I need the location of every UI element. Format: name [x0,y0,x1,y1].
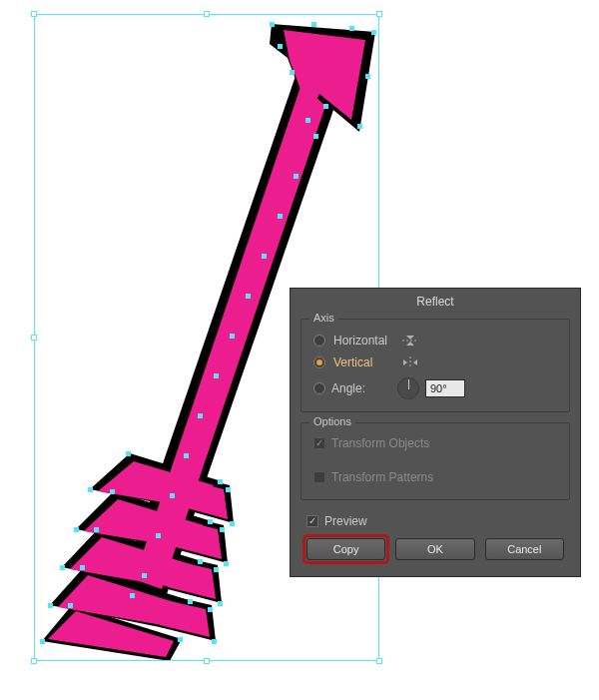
axis-group: Axis Horizontal Vertical Angle: [300,319,570,412]
preview-label: Preview [324,514,367,528]
transform-objects-label: Transform Objects [331,436,429,450]
bbox-handle-tr[interactable] [376,11,382,17]
checkbox-transform-objects [313,437,325,449]
transform-patterns-label: Transform Patterns [331,470,433,484]
transform-patterns-row: Transform Patterns [313,467,433,487]
radio-vertical-label: Vertical [333,355,393,369]
options-group: Options Transform Objects Transform Patt… [300,422,570,500]
radio-horizontal-label: Horizontal [333,334,393,348]
checkbox-preview[interactable] [306,515,318,527]
axis-vertical-row[interactable]: Vertical [313,351,557,373]
dialog-title: Reflect [291,289,580,313]
axis-horizontal-row[interactable]: Horizontal [313,330,557,351]
angle-input[interactable] [425,379,465,397]
svg-marker-70 [406,342,414,346]
bbox-handle-br[interactable] [376,658,382,664]
radio-horizontal[interactable] [313,335,325,347]
vertical-axis-icon [401,355,419,369]
svg-marker-72 [403,359,407,365]
angle-dial[interactable] [397,377,419,399]
bbox-handle-tm[interactable] [204,11,210,17]
transform-objects-row: Transform Objects [313,433,429,453]
options-group-label: Options [309,415,355,427]
axis-angle-row[interactable]: Angle: [313,373,557,399]
preview-row[interactable]: Preview [300,510,570,538]
reflect-dialog: Reflect Axis Horizontal Vertical Angle [291,289,580,576]
axis-group-label: Axis [309,312,338,324]
ok-button[interactable]: OK [395,538,474,560]
dialog-button-row: Copy OK Cancel [300,538,570,560]
svg-marker-73 [413,359,417,365]
horizontal-axis-icon [401,334,419,348]
radio-angle-label: Angle: [331,381,391,395]
copy-button[interactable]: Copy [306,538,385,560]
radio-angle[interactable] [313,382,325,394]
bbox-handle-ml[interactable] [31,335,37,341]
checkbox-transform-patterns [313,471,325,483]
radio-vertical[interactable] [313,356,325,368]
svg-marker-69 [406,336,414,340]
cancel-button[interactable]: Cancel [485,538,564,560]
bbox-handle-bm[interactable] [204,658,210,664]
bbox-handle-bl[interactable] [31,658,37,664]
bbox-handle-tl[interactable] [31,11,37,17]
